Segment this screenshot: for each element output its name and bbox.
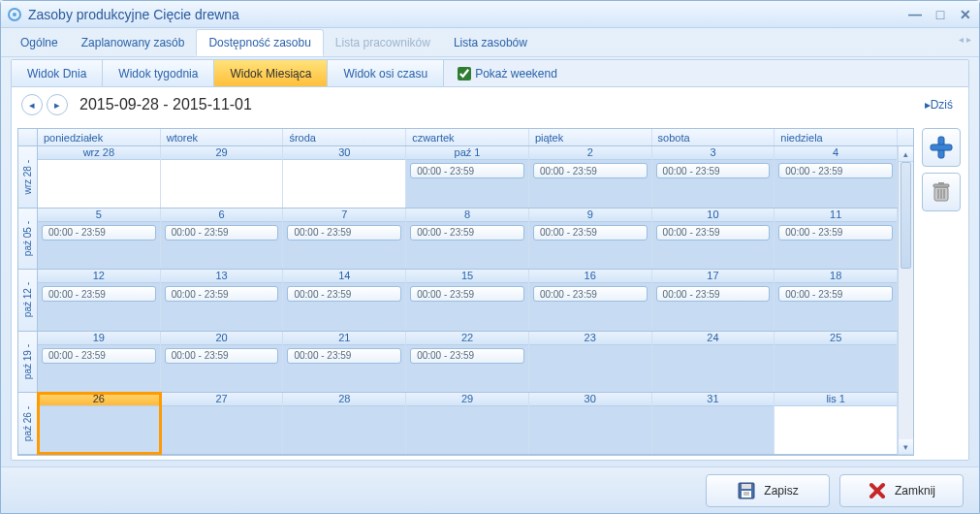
day-cell[interactable]: 27 [161, 393, 284, 454]
day-cell[interactable]: 900:00 - 23:59 [529, 209, 652, 270]
availability-event[interactable]: 00:00 - 23:59 [165, 225, 279, 241]
day-cell[interactable]: 2000:00 - 23:59 [161, 332, 284, 393]
today-link[interactable]: ▸Dziś [925, 98, 959, 112]
tab-workers[interactable]: Lista pracowników [324, 30, 442, 55]
weekend-checkbox-input[interactable] [458, 67, 471, 80]
day-cell[interactable]: 1900:00 - 23:59 [38, 332, 161, 393]
view-month[interactable]: Widok Miesiąca [214, 60, 328, 86]
day-cell[interactable]: 30 [529, 393, 652, 454]
availability-event[interactable]: 00:00 - 23:59 [656, 286, 771, 302]
day-cell[interactable]: 1800:00 - 23:59 [775, 270, 898, 331]
day-cell[interactable]: 23 [529, 332, 652, 393]
next-period-button[interactable]: ▸ [47, 94, 68, 115]
availability-event[interactable]: 00:00 - 23:59 [165, 286, 279, 302]
svg-point-1 [13, 13, 16, 16]
availability-event[interactable]: 00:00 - 23:59 [410, 286, 524, 302]
availability-event[interactable]: 00:00 - 23:59 [533, 286, 648, 302]
day-cell[interactable]: 1600:00 - 23:59 [529, 270, 652, 331]
day-cell[interactable]: 29 [161, 146, 284, 208]
delete-button[interactable] [922, 173, 961, 211]
add-button[interactable] [922, 128, 961, 167]
day-number: 18 [775, 270, 897, 283]
view-day[interactable]: Widok Dnia [12, 60, 103, 86]
day-number: 16 [529, 270, 651, 283]
weekend-label: Pokaż weekend [475, 67, 557, 80]
availability-event[interactable]: 00:00 - 23:59 [287, 348, 401, 364]
day-cell[interactable]: 200:00 - 23:59 [529, 146, 652, 208]
availability-event[interactable]: 00:00 - 23:59 [533, 225, 648, 241]
availability-event[interactable]: 00:00 - 23:59 [410, 348, 524, 364]
day-cell[interactable]: 1200:00 - 23:59 [38, 270, 161, 331]
availability-event[interactable]: 00:00 - 23:59 [42, 286, 156, 302]
availability-event[interactable]: 00:00 - 23:59 [778, 286, 893, 302]
day-cell[interactable]: 1100:00 - 23:59 [775, 209, 898, 270]
close-label: Zamknij [895, 484, 935, 498]
day-cell[interactable]: 400:00 - 23:59 [775, 146, 898, 208]
day-cell[interactable]: 25 [775, 332, 898, 393]
close-window-button[interactable]: ✕ [958, 7, 973, 22]
weekend-checkbox[interactable]: Pokaż weekend [444, 67, 557, 80]
availability-event[interactable]: 00:00 - 23:59 [778, 225, 893, 241]
day-cell[interactable]: 1500:00 - 23:59 [406, 270, 529, 331]
day-cell[interactable]: 30 [283, 146, 406, 208]
view-week[interactable]: Widok tygodnia [103, 60, 214, 86]
tab-planned[interactable]: Zaplanowany zasób [70, 30, 197, 55]
scroll-up-icon[interactable]: ▴ [899, 146, 913, 162]
day-cell[interactable]: 500:00 - 23:59 [38, 209, 161, 270]
availability-event[interactable]: 00:00 - 23:59 [410, 163, 524, 178]
day-cell[interactable]: lis 1 [775, 393, 898, 454]
availability-event[interactable]: 00:00 - 23:59 [656, 225, 771, 241]
save-button[interactable]: Zapisz [706, 474, 830, 507]
availability-event[interactable]: 00:00 - 23:59 [778, 163, 893, 178]
availability-event[interactable]: 00:00 - 23:59 [410, 225, 524, 241]
day-number: 22 [406, 332, 528, 345]
calendar-week: wrz 28 -wrz 282930paź 100:00 - 23:59200:… [18, 146, 898, 209]
day-cell[interactable]: 1400:00 - 23:59 [283, 270, 406, 331]
availability-event[interactable]: 00:00 - 23:59 [287, 225, 401, 241]
day-cell[interactable]: 800:00 - 23:59 [406, 209, 529, 270]
tab-resources[interactable]: Lista zasobów [442, 30, 539, 55]
calendar-weeks: wrz 28 -wrz 282930paź 100:00 - 23:59200:… [18, 146, 898, 455]
minimize-button[interactable]: — [907, 7, 923, 22]
maximize-button[interactable]: □ [933, 7, 948, 22]
svg-rect-11 [742, 484, 751, 489]
availability-event[interactable]: 00:00 - 23:59 [42, 348, 156, 364]
day-cell[interactable]: 600:00 - 23:59 [161, 209, 284, 270]
day-cell[interactable]: 2100:00 - 23:59 [283, 332, 406, 393]
close-button[interactable]: Zamknij [839, 474, 964, 507]
scroll-down-icon[interactable]: ▾ [899, 439, 913, 455]
day-number: 6 [161, 209, 283, 222]
calendar-scrollbar[interactable]: ▴ ▾ [898, 146, 913, 455]
calendar-week: paź 26 -262728293031lis 1 [18, 393, 898, 455]
day-cell[interactable]: 2200:00 - 23:59 [406, 332, 529, 393]
availability-event[interactable]: 00:00 - 23:59 [165, 348, 279, 364]
save-label: Zapisz [764, 484, 798, 498]
day-cell[interactable]: paź 100:00 - 23:59 [406, 146, 529, 208]
availability-event[interactable]: 00:00 - 23:59 [656, 163, 771, 178]
availability-event[interactable]: 00:00 - 23:59 [533, 163, 648, 178]
day-cell[interactable]: 700:00 - 23:59 [283, 209, 406, 270]
day-cell[interactable]: 300:00 - 23:59 [652, 146, 775, 208]
day-cell[interactable]: 28 [283, 393, 406, 454]
calendar-week: paź 19 -1900:00 - 23:592000:00 - 23:5921… [18, 332, 898, 394]
titlebar: Zasoby produkcyjne Cięcie drewna — □ ✕ [1, 1, 979, 28]
day-cell[interactable]: 26 [38, 393, 161, 454]
day-cell[interactable]: 1000:00 - 23:59 [652, 209, 775, 270]
prev-period-button[interactable]: ◂ [21, 94, 43, 115]
week-label: paź 05 - [18, 209, 38, 270]
scroll-thumb[interactable] [901, 162, 911, 269]
availability-event[interactable]: 00:00 - 23:59 [287, 286, 401, 302]
day-number: 30 [529, 393, 651, 406]
day-cell[interactable]: 1700:00 - 23:59 [652, 270, 775, 331]
day-cell[interactable]: 1300:00 - 23:59 [161, 270, 284, 331]
tab-availability[interactable]: Dostępność zasobu [196, 29, 323, 56]
day-cell[interactable]: wrz 28 [38, 146, 161, 208]
day-cell[interactable]: 29 [406, 393, 529, 454]
availability-event[interactable]: 00:00 - 23:59 [42, 225, 156, 241]
day-cell[interactable]: 24 [652, 332, 775, 393]
day-number: wrz 28 [38, 146, 160, 160]
tab-general[interactable]: Ogólne [9, 30, 70, 55]
view-timeline[interactable]: Widok osi czasu [328, 60, 444, 86]
day-number: 26 [38, 393, 160, 406]
day-cell[interactable]: 31 [652, 393, 775, 454]
